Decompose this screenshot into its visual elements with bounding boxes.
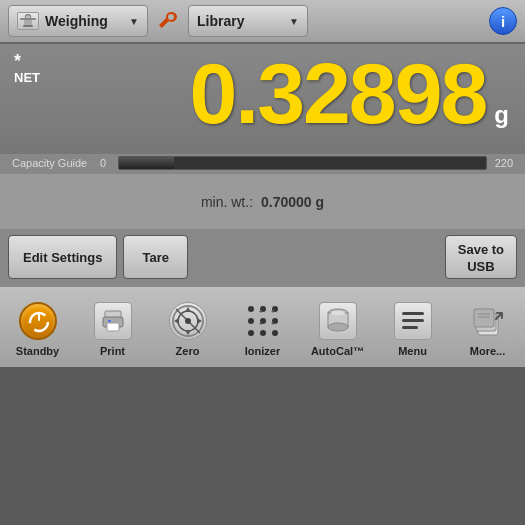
menu-label: Menu bbox=[398, 345, 427, 357]
svg-point-23 bbox=[272, 330, 278, 336]
mode-dropdown[interactable]: Weighing ▼ bbox=[8, 5, 148, 37]
svg-rect-6 bbox=[38, 313, 40, 321]
print-label: Print bbox=[100, 345, 125, 357]
svg-point-21 bbox=[248, 330, 254, 336]
print-icon bbox=[92, 300, 134, 342]
mode-label: Weighing bbox=[45, 13, 123, 29]
header-bar: Weighing ▼ Library ▼ i bbox=[0, 0, 525, 44]
library-label: Library bbox=[197, 13, 283, 29]
svg-point-14 bbox=[185, 318, 191, 324]
svg-point-15 bbox=[248, 306, 254, 312]
svg-text:+: + bbox=[259, 308, 263, 315]
svg-point-18 bbox=[248, 318, 254, 324]
capacity-bar-fill bbox=[119, 157, 174, 169]
svg-rect-1 bbox=[24, 20, 32, 25]
ionizer-icon: + + + + bbox=[242, 300, 284, 342]
mode-chevron-icon: ▼ bbox=[129, 16, 139, 27]
capacity-guide-bar: Capacity Guide 0 220 bbox=[0, 154, 525, 174]
library-dropdown[interactable]: Library ▼ bbox=[188, 5, 308, 37]
nav-item-zero[interactable]: Zero bbox=[150, 291, 225, 365]
net-label: * NET bbox=[14, 52, 40, 86]
svg-rect-34 bbox=[474, 309, 494, 327]
save-to-usb-button[interactable]: Save to USB bbox=[445, 235, 517, 279]
nav-item-standby[interactable]: Standby bbox=[0, 291, 75, 365]
svg-text:+: + bbox=[271, 320, 275, 327]
weight-display-area: * NET 0.32898 g bbox=[0, 44, 525, 154]
zero-icon bbox=[167, 300, 209, 342]
nav-item-ionizer[interactable]: + + + + Ionizer bbox=[225, 291, 300, 365]
min-wt-value: 0.70000 g bbox=[261, 194, 324, 210]
more-label: More... bbox=[470, 345, 505, 357]
menu-icon bbox=[392, 300, 434, 342]
nav-item-print[interactable]: Print bbox=[75, 291, 150, 365]
info-button[interactable]: i bbox=[489, 7, 517, 35]
autocal-icon bbox=[317, 300, 359, 342]
weight-reading: 0.32898 g bbox=[12, 50, 513, 139]
zero-label: Zero bbox=[176, 345, 200, 357]
svg-point-31 bbox=[331, 310, 345, 315]
ionizer-label: Ionizer bbox=[245, 345, 280, 357]
capacity-max-label: 220 bbox=[495, 157, 513, 169]
svg-text:+: + bbox=[259, 320, 263, 327]
standby-label: Standby bbox=[16, 345, 59, 357]
net-text: NET bbox=[14, 70, 40, 86]
autocal-label: AutoCal™ bbox=[311, 345, 364, 357]
svg-point-30 bbox=[328, 323, 348, 331]
svg-rect-2 bbox=[23, 25, 33, 27]
edit-settings-button[interactable]: Edit Settings bbox=[8, 235, 117, 279]
min-weight-area: min. wt.: 0.70000 g bbox=[0, 174, 525, 229]
svg-point-22 bbox=[260, 330, 266, 336]
nav-item-menu[interactable]: Menu bbox=[375, 291, 450, 365]
svg-rect-10 bbox=[108, 320, 111, 322]
nav-item-autocal[interactable]: AutoCal™ bbox=[300, 291, 375, 365]
library-chevron-icon: ▼ bbox=[289, 16, 299, 27]
capacity-min-label: 0 bbox=[100, 157, 110, 169]
standby-icon bbox=[17, 300, 59, 342]
weighing-mode-icon bbox=[17, 12, 39, 30]
action-buttons-row: Edit Settings Tare Save to USB bbox=[0, 229, 525, 285]
svg-text:+: + bbox=[271, 308, 275, 315]
min-wt-label: min. wt.: bbox=[201, 194, 253, 210]
svg-rect-4 bbox=[28, 15, 29, 18]
weight-unit: g bbox=[494, 101, 509, 139]
svg-rect-9 bbox=[107, 323, 119, 331]
asterisk-indicator: * bbox=[14, 52, 40, 70]
nav-item-more[interactable]: More... bbox=[450, 291, 525, 365]
weight-value: 0.32898 bbox=[189, 50, 486, 136]
capacity-guide-label: Capacity Guide bbox=[12, 157, 92, 169]
capacity-bar-track bbox=[118, 156, 487, 170]
tare-button[interactable]: Tare bbox=[123, 235, 188, 279]
bottom-nav: Standby Print bbox=[0, 285, 525, 367]
settings-icon[interactable] bbox=[154, 7, 182, 35]
more-icon bbox=[467, 300, 509, 342]
